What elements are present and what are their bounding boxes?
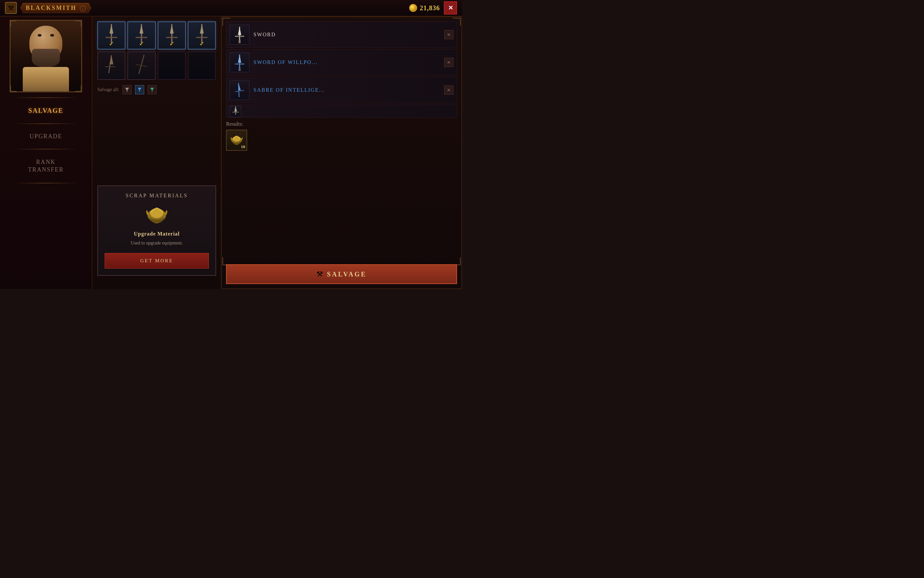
svg-point-21 <box>150 208 163 218</box>
portrait-corner-bl <box>10 86 16 92</box>
svg-rect-25 <box>239 40 240 43</box>
nav-label-rank-transfer: RANKTRANSFER <box>13 158 79 174</box>
salvage-button[interactable]: ⚒ SALVAGE <box>226 264 457 284</box>
item-name-3: SABRE OF INTELLIGE... <box>253 87 440 93</box>
get-more-button[interactable]: GET MORE <box>105 253 209 268</box>
nav-divider-4 <box>13 183 79 183</box>
gold-display: 21,836 <box>409 4 440 12</box>
table-row-partial <box>226 105 457 118</box>
top-bar: ⚒ BLACKSMITH i 21,836 ✕ <box>0 0 462 16</box>
item-remove-1[interactable]: ✕ <box>444 30 453 39</box>
table-row: SWORD ✕ <box>226 21 457 48</box>
result-count: 10 <box>241 144 245 149</box>
item-thumb-2 <box>230 52 250 72</box>
item-thumb-3 <box>230 80 250 100</box>
nav-item-upgrade[interactable]: UPGRADE <box>13 129 79 144</box>
currency-section: 21,836 ✕ <box>409 1 457 15</box>
info-icon[interactable]: i <box>80 6 86 11</box>
blacksmith-title: BLACKSMITH <box>26 5 76 11</box>
portrait-corner-tl <box>10 20 16 27</box>
nav-label-salvage: SALVAGE <box>28 107 63 114</box>
results-section: Results: 10 <box>226 121 457 151</box>
svg-rect-29 <box>239 68 240 71</box>
popup-title: SCRAP MATERIALS <box>105 193 209 199</box>
nav-divider-3 <box>13 149 79 149</box>
svg-marker-24 <box>238 27 241 35</box>
item-name-2: SWORD OF WILLPO... <box>253 59 440 65</box>
item-thumb-1 <box>230 25 250 45</box>
popup-card: SCRAP MATERIALS Upgrade Material Used to… <box>97 185 216 276</box>
svg-marker-28 <box>238 54 241 63</box>
portrait-corner-tr <box>75 20 82 27</box>
item-name-1: SWORD <box>253 32 440 37</box>
portrait-corner-br <box>75 86 82 92</box>
left-panel: SALVAGE UPGRADE RANKTRANSFER <box>0 16 93 289</box>
nav-label-upgrade: UPGRADE <box>29 133 62 140</box>
portrait-container <box>10 20 82 93</box>
gold-coin-icon <box>409 4 417 12</box>
popup-overlay: SCRAP MATERIALS Upgrade Material Used to… <box>93 16 221 289</box>
item-thumb-4 <box>230 106 241 117</box>
nav-item-salvage[interactable]: SALVAGE <box>13 103 79 119</box>
title-badge: BLACKSMITH i <box>20 3 91 13</box>
popup-icon <box>145 204 168 227</box>
item-remove-2[interactable]: ✕ <box>444 58 453 67</box>
popup-item-name: Upgrade Material <box>105 231 209 237</box>
nav-item-rank-transfer[interactable]: RANKTRANSFER <box>13 154 79 178</box>
result-item: 10 <box>226 130 247 151</box>
table-row: SABRE OF INTELLIGE... ✕ <box>226 77 457 103</box>
anvil-icon: ⚒ <box>5 2 17 14</box>
svg-marker-35 <box>234 106 237 112</box>
table-row: SWORD OF WILLPO... ✕ <box>226 49 457 76</box>
close-button[interactable]: ✕ <box>444 1 457 15</box>
title-section: ⚒ BLACKSMITH i <box>5 2 91 14</box>
item-list: SWORD ✕ SWORD OF WILLPO... ✕ <box>226 21 457 118</box>
nav-divider-2 <box>13 123 79 124</box>
results-label: Results: <box>226 121 457 127</box>
right-panel: SWORD ✕ SWORD OF WILLPO... ✕ <box>221 16 462 289</box>
popup-description: Used to upgrade equipment. <box>105 240 209 247</box>
svg-marker-32 <box>237 83 240 90</box>
nav-divider-1 <box>13 97 79 98</box>
svg-line-31 <box>235 90 244 92</box>
gold-amount: 21,836 <box>420 4 440 12</box>
salvage-button-label: SALVAGE <box>327 271 367 278</box>
salvage-button-icon: ⚒ <box>317 270 323 278</box>
svg-point-37 <box>233 136 240 141</box>
item-remove-3[interactable]: ✕ <box>444 86 453 95</box>
blacksmith-portrait <box>11 21 81 91</box>
